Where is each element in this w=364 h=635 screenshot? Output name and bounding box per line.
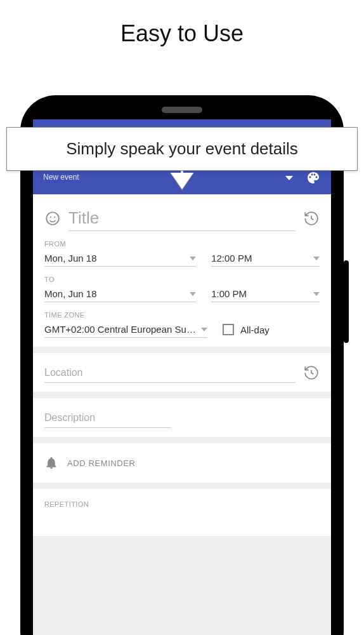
reminder-card: ADD REMINDER [33,443,331,483]
all-day-label: All-day [240,324,270,335]
timezone-label: TIME ZONE [44,311,320,319]
location-card [33,353,331,392]
description-input[interactable] [44,407,171,428]
description-card [33,398,331,437]
add-reminder-button[interactable]: ADD REMINDER [44,452,320,474]
phone-side-button [344,260,349,343]
history-icon[interactable] [303,210,320,227]
calendar-dropdown-icon[interactable] [285,176,293,180]
emoji-icon[interactable] [44,210,61,227]
from-time-dropdown[interactable]: 12:00 PM [211,249,320,267]
to-time-dropdown[interactable]: 1:00 PM [211,284,320,302]
title-dates-card: FROM Mon, Jun 18 12:00 PM TO Mon, Jun 18 [33,194,331,347]
form-body: FROM Mon, Jun 18 12:00 PM TO Mon, Jun 18 [33,194,331,536]
caret-down-icon [313,257,320,260]
caret-down-icon [190,292,196,296]
from-label: FROM [44,240,320,248]
all-day-checkbox[interactable] [223,324,234,335]
promo-headline: Easy to Use [0,0,364,72]
caret-down-icon [190,257,196,260]
bell-plus-icon [44,456,58,470]
svg-point-2 [54,217,55,218]
svg-point-1 [50,217,51,218]
to-time-value: 1:00 PM [211,288,308,299]
to-label: TO [44,276,320,283]
from-date-dropdown[interactable]: Mon, Jun 18 [44,249,196,267]
caret-down-icon [313,292,320,296]
all-day-toggle[interactable]: All-day [223,324,320,338]
palette-icon[interactable] [306,170,321,185]
from-time-value: 12:00 PM [211,253,308,264]
history-icon[interactable] [303,364,320,381]
timezone-value: GMT+02:00 Central European Su… [44,324,196,335]
svg-point-0 [46,212,59,225]
repetition-label: REPETITION [44,498,320,511]
location-input[interactable] [44,362,296,383]
callout-bubble: Simply speak your event details [6,127,358,171]
caret-down-icon [201,328,207,331]
calendar-subtitle: New event [43,173,79,182]
phone-earpiece [162,107,202,113]
from-date-value: Mon, Jun 18 [44,253,185,264]
to-date-dropdown[interactable]: Mon, Jun 18 [44,284,196,302]
callout-tail [171,173,193,189]
title-input[interactable] [68,206,296,231]
add-reminder-label: ADD REMINDER [67,458,136,468]
repetition-card: REPETITION [33,489,331,536]
timezone-dropdown[interactable]: GMT+02:00 Central European Su… [44,320,207,338]
to-date-value: Mon, Jun 18 [44,288,185,299]
screen: SAVE Work New event [33,119,331,635]
